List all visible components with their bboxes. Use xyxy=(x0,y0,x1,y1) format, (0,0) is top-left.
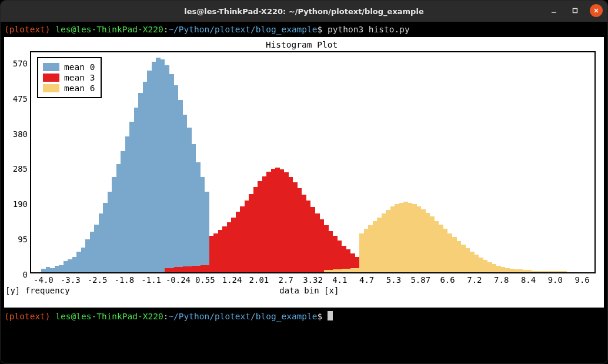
bar-segment xyxy=(205,265,209,272)
bar-column xyxy=(134,52,139,272)
bar-segment xyxy=(408,203,413,272)
bar-segment xyxy=(417,206,422,272)
bar-segment xyxy=(90,232,95,272)
chart-output: Histogram Plot 095190285380475570 mean 0… xyxy=(4,37,604,308)
bar-segment xyxy=(99,213,103,272)
plot-area xyxy=(30,51,596,273)
bar-segment xyxy=(85,239,90,272)
bar-segment xyxy=(514,269,519,272)
bar-segment xyxy=(470,252,475,272)
x-tick-label: 2.7 xyxy=(272,275,299,285)
bar-segment xyxy=(479,258,483,272)
bar-column xyxy=(412,52,417,272)
bar-segment xyxy=(519,269,523,272)
bar-segment xyxy=(125,136,130,272)
bar-column xyxy=(399,52,404,272)
x-tick-label: 8.4 xyxy=(515,275,542,285)
bar-column xyxy=(563,52,567,272)
prompt-env: (plotext) xyxy=(4,25,51,34)
bar-column xyxy=(187,52,192,272)
bar-column xyxy=(310,52,315,272)
bar-column xyxy=(395,52,399,272)
bar-segment xyxy=(94,225,99,272)
legend-swatch-1 xyxy=(43,74,59,82)
bar-segment xyxy=(249,194,253,272)
close-button[interactable] xyxy=(590,4,603,17)
bar-segment xyxy=(196,162,201,272)
x-tick-label: 7.8 xyxy=(488,275,515,285)
bar-segment xyxy=(527,270,532,272)
bar-column xyxy=(174,52,179,272)
bar-column xyxy=(483,52,488,272)
svg-rect-1 xyxy=(573,9,577,13)
bar-segment xyxy=(452,237,457,272)
bar-column xyxy=(222,52,227,272)
bar-segment xyxy=(121,151,125,272)
bar-column xyxy=(236,52,240,272)
bar-segment xyxy=(41,269,46,272)
bar-segment xyxy=(492,264,497,272)
bar-segment xyxy=(475,255,479,272)
bar-column xyxy=(355,52,360,272)
legend-item-1: mean 3 xyxy=(43,72,95,83)
bar-segment xyxy=(540,271,545,272)
legend-swatch-2 xyxy=(43,84,59,92)
prompt-path: ~/Python/plotext/blog_example xyxy=(168,25,317,34)
bar-segment xyxy=(68,259,72,272)
axis-captions: [y] frequency data bin [x] xyxy=(5,285,596,296)
bar-column xyxy=(108,52,112,272)
bar-column xyxy=(549,52,554,272)
bar-column xyxy=(227,52,232,272)
bar-column xyxy=(103,52,108,272)
bar-column xyxy=(536,52,541,272)
legend-label-1: mean 3 xyxy=(64,72,95,83)
y-axis-labels: 095190285380475570 xyxy=(4,52,30,275)
bar-segment xyxy=(280,169,285,272)
bar-column xyxy=(315,52,320,272)
bar-segment xyxy=(496,266,501,272)
bar-column xyxy=(510,52,515,272)
x-tick-label: 3.32 xyxy=(299,275,326,285)
bar-column xyxy=(298,52,302,272)
bar-column xyxy=(249,52,253,272)
bar-segment xyxy=(558,271,563,272)
bar-segment xyxy=(266,172,271,272)
bar-segment xyxy=(377,218,382,273)
bar-segment xyxy=(178,100,183,272)
x-tick-label: 6.6 xyxy=(434,275,461,285)
bar-segment xyxy=(213,233,218,272)
prompt-line-2[interactable]: (plotext) les@les-ThinkPad-X220:~/Python… xyxy=(1,311,607,322)
bar-segment xyxy=(231,218,236,273)
bar-segment xyxy=(355,268,360,272)
bar-segment xyxy=(192,266,196,272)
minimize-button[interactable] xyxy=(547,4,560,17)
bar-column xyxy=(205,52,209,272)
bar-segment xyxy=(329,270,333,272)
bar-segment xyxy=(421,209,426,272)
bar-column xyxy=(421,52,426,272)
bar-segment xyxy=(523,270,527,272)
bar-column xyxy=(545,52,550,272)
bar-segment xyxy=(236,212,240,272)
bar-column xyxy=(346,52,351,272)
terminal-body[interactable]: (plotext) les@les-ThinkPad-X220:~/Python… xyxy=(1,22,607,37)
x-tick-label: -3.3 xyxy=(57,275,84,285)
bar-segment xyxy=(426,213,430,272)
bar-column xyxy=(213,52,218,272)
bar-segment xyxy=(439,225,443,272)
bar-column xyxy=(240,52,245,272)
bar-column xyxy=(426,52,430,272)
bar-segment xyxy=(346,269,351,272)
bar-segment xyxy=(143,82,148,272)
bar-column xyxy=(280,52,285,272)
bar-column xyxy=(584,52,589,272)
bar-segment xyxy=(103,203,108,272)
bar-column xyxy=(359,52,364,272)
bar-column xyxy=(417,52,422,272)
bar-segment xyxy=(116,164,121,272)
bar-column xyxy=(169,52,174,272)
bar-segment xyxy=(435,221,439,272)
bar-segment xyxy=(258,181,262,272)
maximize-button[interactable] xyxy=(569,4,582,17)
bar-segment xyxy=(284,172,289,272)
